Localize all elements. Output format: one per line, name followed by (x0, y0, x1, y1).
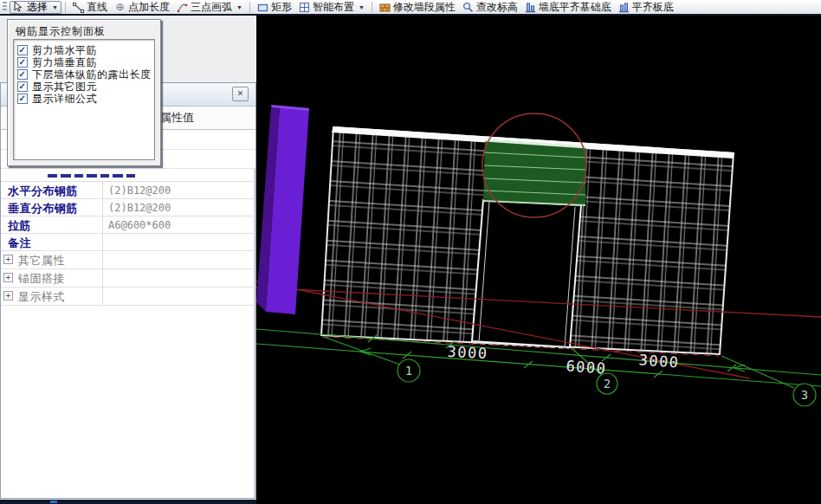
property-value[interactable]: A6@600*600 (108, 219, 171, 231)
toolbar-item-smart-layout[interactable]: 智能布置 ▼ (295, 0, 368, 14)
axis-bubble-label: 2 (604, 377, 611, 391)
table-row-tie-bar[interactable]: 拉筋 A6@600*600 (1, 216, 255, 234)
highlighted-lintel[interactable] (483, 139, 586, 205)
dimension-label: 3000 (638, 351, 680, 371)
toolbar-item-rectangle[interactable]: 矩形 (254, 0, 295, 14)
axis-bubble-label: 3 (801, 388, 808, 402)
toolbar-separator (249, 2, 250, 13)
checkbox-show-detailed-formula[interactable]: ✓ 显示详细公式 (17, 93, 154, 105)
checkbox-checked-icon[interactable]: ✓ (17, 81, 28, 92)
checkbox-label: 显示详细公式 (32, 92, 97, 107)
toolbar-item-label: 直线 (87, 0, 107, 14)
select-label: 选择 (27, 0, 48, 14)
arc-tool-icon (177, 2, 188, 13)
group-label: 锚固搭接 (18, 271, 65, 287)
property-value[interactable]: (2)B12@200 (108, 202, 171, 214)
toolbar-item-label: 查改标高 (476, 0, 518, 14)
expand-icon[interactable]: + (3, 273, 13, 282)
line-tool-icon (73, 2, 84, 13)
expand-icon[interactable]: + (3, 255, 13, 264)
status-strip (0, 500, 256, 504)
viewport-3d[interactable]: 3000 6000 3000 1 2 3 (256, 16, 821, 504)
table-row-partially-covered (1, 169, 255, 182)
toolbar-item-line[interactable]: 直线 (69, 0, 111, 14)
grid-layout-icon (299, 2, 310, 13)
property-label: 备注 (8, 236, 31, 251)
checkbox-checked-icon[interactable]: ✓ (17, 57, 28, 68)
select-button[interactable]: 选择 ▼ (10, 1, 61, 14)
group-row-other-properties[interactable]: + 其它属性 (1, 251, 255, 269)
toolbar-grip[interactable] (3, 2, 7, 12)
door-opening (472, 200, 581, 347)
chevron-down-icon: ▼ (236, 4, 242, 10)
group-row-display-style[interactable]: + 显示样式 (1, 288, 255, 306)
rebar-option-list: ✓ 剪力墙水平筋 ✓ 剪力墙垂直筋 ✓ 下层墙体纵筋的露出长度 ✓ 显示其它图元… (13, 39, 155, 160)
magnifier-icon (462, 2, 474, 13)
dimension-label: 3000 (447, 343, 488, 362)
property-value[interactable]: (2)B12@200 (108, 184, 171, 197)
toolbar-item-label: 智能布置 (313, 0, 354, 14)
toolbar-item-align-slab-bottom[interactable]: 平齐板底 (615, 0, 677, 14)
chevron-down-icon: ▼ (359, 4, 365, 10)
checkbox-checked-icon[interactable]: ✓ (17, 94, 28, 104)
align-bottom-icon (618, 2, 630, 13)
status-strip-mark (50, 501, 57, 503)
group-label: 其它属性 (18, 253, 65, 268)
table-row-remark[interactable]: 备注 (1, 234, 255, 251)
toolbar: 选择 ▼ 直线 ⊕ 点加长度 三点画弧 ▼ 矩形 (0, 0, 821, 14)
toolbar-separator (65, 2, 66, 13)
chevron-down-icon: ▼ (52, 4, 58, 10)
panel-title: 钢筋显示控制面板 (8, 20, 160, 39)
align-bottom-icon (525, 2, 536, 13)
toolbar-item-label: 修改墙段属性 (393, 0, 456, 14)
cursor-icon (13, 2, 24, 13)
toolbar-item-label: 平齐板底 (632, 0, 674, 14)
toolbar-item-point-add-length[interactable]: ⊕ 点加长度 (111, 0, 173, 14)
toolbar-item-label: 矩形 (271, 0, 292, 14)
close-icon[interactable]: ✕ (232, 87, 249, 101)
plus-circle-icon: ⊕ (114, 2, 126, 13)
toolbar-item-three-point-arc[interactable]: 三点画弧 ▼ (173, 0, 246, 14)
toolbar-item-wall-bottom-align-foundation[interactable]: 墙底平齐基础底 (521, 0, 615, 14)
property-label: 拉筋 (8, 218, 31, 234)
table-row-vertical-rebar[interactable]: 垂直分布钢筋 (2)B12@200 (1, 199, 255, 216)
group-label: 显示样式 (18, 289, 65, 305)
toolbar-separator (372, 2, 372, 13)
checkbox-checked-icon[interactable]: ✓ (17, 69, 28, 80)
toolbar-item-label: 墙底平齐基础底 (539, 0, 611, 14)
toolbar-item-modify-wall-properties[interactable]: 修改墙段属性 (376, 0, 459, 14)
app-window: 选择 ▼ 直线 ⊕ 点加长度 三点画弧 ▼ 矩形 (0, 0, 821, 504)
group-row-anchor-lap[interactable]: + 锚固搭接 (1, 269, 255, 288)
checkbox-checked-icon[interactable]: ✓ (17, 45, 28, 55)
expand-icon[interactable]: + (3, 291, 13, 300)
table-row-horizontal-rebar[interactable]: 水平分布钢筋 (2)B12@200 (1, 182, 255, 199)
property-label: 水平分布钢筋 (8, 184, 78, 199)
axis-bubble-label: 1 (405, 364, 412, 378)
rectangle-tool-icon (257, 2, 268, 13)
property-label: 垂直分布钢筋 (8, 201, 78, 216)
toolbar-item-check-elevation[interactable]: 查改标高 (459, 0, 521, 14)
toolbar-item-label: 点加长度 (128, 0, 170, 14)
toolbar-item-label: 三点画弧 (191, 0, 232, 14)
wall-brick-icon (379, 2, 391, 13)
rebar-display-control-panel[interactable]: 钢筋显示控制面板 ✓ 剪力墙水平筋 ✓ 剪力墙垂直筋 ✓ 下层墙体纵筋的露出长度… (7, 19, 161, 166)
dimension-label: 6000 (566, 357, 607, 377)
